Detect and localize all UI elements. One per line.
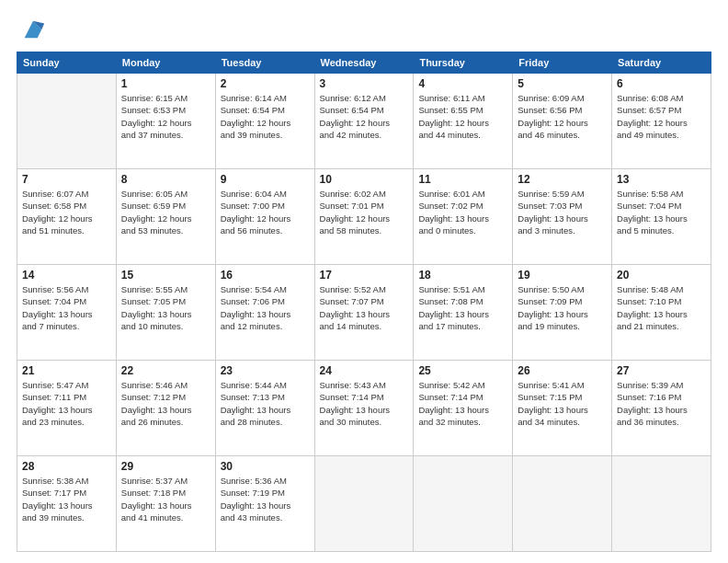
day-info: Sunrise: 6:01 AM Sunset: 7:02 PM Dayligh… (418, 188, 507, 236)
day-number: 5 (518, 77, 607, 90)
page: Sunday Monday Tuesday Wednesday Thursday… (0, 0, 728, 563)
day-info: Sunrise: 5:52 AM Sunset: 7:07 PM Dayligh… (320, 283, 409, 332)
day-number: 4 (418, 77, 507, 90)
day-info: Sunrise: 5:38 AM Sunset: 7:17 PM Dayligh… (22, 475, 111, 523)
logo-icon (20, 17, 46, 42)
day-number: 21 (22, 364, 111, 377)
day-number: 13 (617, 173, 706, 186)
calendar-cell (314, 456, 414, 552)
day-info: Sunrise: 6:02 AM Sunset: 7:01 PM Dayligh… (320, 188, 409, 236)
calendar-cell: 13Sunrise: 5:58 AM Sunset: 7:04 PM Dayli… (612, 169, 711, 265)
header-tuesday: Tuesday (215, 52, 314, 74)
day-info: Sunrise: 6:05 AM Sunset: 6:59 PM Dayligh… (121, 188, 210, 236)
day-info: Sunrise: 5:59 AM Sunset: 7:03 PM Dayligh… (518, 188, 607, 236)
day-info: Sunrise: 5:46 AM Sunset: 7:12 PM Dayligh… (121, 379, 210, 428)
calendar-cell: 27Sunrise: 5:39 AM Sunset: 7:16 PM Dayli… (612, 361, 711, 456)
day-number: 12 (518, 173, 607, 186)
header-saturday: Saturday (612, 52, 711, 74)
day-number: 22 (121, 364, 210, 377)
calendar-cell: 10Sunrise: 6:02 AM Sunset: 7:01 PM Dayli… (314, 169, 414, 265)
day-info: Sunrise: 6:15 AM Sunset: 6:53 PM Dayligh… (121, 92, 210, 141)
calendar-cell: 21Sunrise: 5:47 AM Sunset: 7:11 PM Dayli… (17, 361, 117, 456)
day-info: Sunrise: 5:42 AM Sunset: 7:14 PM Dayligh… (418, 379, 507, 428)
calendar-cell: 8Sunrise: 6:05 AM Sunset: 6:59 PM Daylig… (116, 169, 215, 265)
day-number: 7 (22, 173, 111, 186)
day-number: 11 (418, 173, 507, 186)
week-row-3: 14Sunrise: 5:56 AM Sunset: 7:04 PM Dayli… (17, 265, 711, 361)
day-info: Sunrise: 5:47 AM Sunset: 7:11 PM Dayligh… (22, 379, 111, 428)
day-info: Sunrise: 6:12 AM Sunset: 6:54 PM Dayligh… (320, 92, 409, 141)
calendar-cell: 25Sunrise: 5:42 AM Sunset: 7:14 PM Dayli… (414, 361, 513, 456)
calendar-cell: 3Sunrise: 6:12 AM Sunset: 6:54 PM Daylig… (314, 74, 414, 169)
day-info: Sunrise: 6:07 AM Sunset: 6:58 PM Dayligh… (22, 188, 111, 236)
day-info: Sunrise: 5:44 AM Sunset: 7:13 PM Dayligh… (221, 379, 310, 428)
day-number: 10 (320, 173, 409, 186)
day-info: Sunrise: 5:54 AM Sunset: 7:06 PM Dayligh… (221, 283, 310, 332)
calendar-cell: 15Sunrise: 5:55 AM Sunset: 7:05 PM Dayli… (116, 265, 215, 361)
day-info: Sunrise: 5:50 AM Sunset: 7:09 PM Dayligh… (518, 283, 607, 332)
calendar-cell: 6Sunrise: 6:08 AM Sunset: 6:57 PM Daylig… (612, 74, 711, 169)
calendar-table: Sunday Monday Tuesday Wednesday Thursday… (17, 52, 711, 552)
calendar-cell: 20Sunrise: 5:48 AM Sunset: 7:10 PM Dayli… (612, 265, 711, 361)
header-monday: Monday (116, 52, 215, 74)
calendar-cell: 26Sunrise: 5:41 AM Sunset: 7:15 PM Dayli… (513, 361, 612, 456)
calendar-cell: 4Sunrise: 6:11 AM Sunset: 6:55 PM Daylig… (414, 74, 513, 169)
day-number: 14 (22, 269, 111, 282)
day-number: 28 (22, 460, 111, 473)
day-info: Sunrise: 5:43 AM Sunset: 7:14 PM Dayligh… (320, 379, 409, 428)
calendar-cell: 12Sunrise: 5:59 AM Sunset: 7:03 PM Dayli… (513, 169, 612, 265)
day-number: 2 (221, 77, 310, 90)
day-info: Sunrise: 5:37 AM Sunset: 7:18 PM Dayligh… (121, 475, 210, 523)
calendar-cell: 11Sunrise: 6:01 AM Sunset: 7:02 PM Dayli… (414, 169, 513, 265)
day-number: 18 (418, 269, 507, 282)
day-info: Sunrise: 6:14 AM Sunset: 6:54 PM Dayligh… (221, 92, 310, 141)
day-number: 19 (518, 269, 607, 282)
day-number: 15 (121, 269, 210, 282)
calendar-cell: 9Sunrise: 6:04 AM Sunset: 7:00 PM Daylig… (215, 169, 314, 265)
day-number: 20 (617, 269, 706, 282)
calendar-cell: 7Sunrise: 6:07 AM Sunset: 6:58 PM Daylig… (17, 169, 117, 265)
calendar-cell: 19Sunrise: 5:50 AM Sunset: 7:09 PM Dayli… (513, 265, 612, 361)
calendar-cell: 23Sunrise: 5:44 AM Sunset: 7:13 PM Dayli… (215, 361, 314, 456)
calendar-cell: 2Sunrise: 6:14 AM Sunset: 6:54 PM Daylig… (215, 74, 314, 169)
calendar-cell: 16Sunrise: 5:54 AM Sunset: 7:06 PM Dayli… (215, 265, 314, 361)
calendar-cell (612, 456, 711, 552)
week-row-1: 1Sunrise: 6:15 AM Sunset: 6:53 PM Daylig… (17, 74, 711, 169)
day-number: 3 (320, 77, 409, 90)
calendar-cell (513, 456, 612, 552)
day-info: Sunrise: 5:58 AM Sunset: 7:04 PM Dayligh… (617, 188, 706, 236)
day-info: Sunrise: 6:04 AM Sunset: 7:00 PM Dayligh… (221, 188, 310, 236)
calendar-cell (17, 74, 117, 169)
day-info: Sunrise: 5:56 AM Sunset: 7:04 PM Dayligh… (22, 283, 111, 332)
day-info: Sunrise: 5:41 AM Sunset: 7:15 PM Dayligh… (518, 379, 607, 428)
day-info: Sunrise: 5:48 AM Sunset: 7:10 PM Dayligh… (617, 283, 706, 332)
day-number: 23 (221, 364, 310, 377)
day-number: 24 (320, 364, 409, 377)
calendar-cell: 22Sunrise: 5:46 AM Sunset: 7:12 PM Dayli… (116, 361, 215, 456)
calendar-cell: 28Sunrise: 5:38 AM Sunset: 7:17 PM Dayli… (17, 456, 117, 552)
day-number: 6 (617, 77, 706, 90)
calendar-cell: 30Sunrise: 5:36 AM Sunset: 7:19 PM Dayli… (215, 456, 314, 552)
day-number: 17 (320, 269, 409, 282)
day-info: Sunrise: 6:08 AM Sunset: 6:57 PM Dayligh… (617, 92, 706, 141)
day-number: 27 (617, 364, 706, 377)
calendar-cell: 17Sunrise: 5:52 AM Sunset: 7:07 PM Dayli… (314, 265, 414, 361)
day-info: Sunrise: 6:11 AM Sunset: 6:55 PM Dayligh… (418, 92, 507, 141)
week-row-5: 28Sunrise: 5:38 AM Sunset: 7:17 PM Dayli… (17, 456, 711, 552)
day-number: 1 (121, 77, 210, 90)
day-number: 26 (518, 364, 607, 377)
week-row-2: 7Sunrise: 6:07 AM Sunset: 6:58 PM Daylig… (17, 169, 711, 265)
day-info: Sunrise: 5:39 AM Sunset: 7:16 PM Dayligh… (617, 379, 706, 428)
header (17, 17, 711, 42)
calendar-cell (414, 456, 513, 552)
calendar-cell: 5Sunrise: 6:09 AM Sunset: 6:56 PM Daylig… (513, 74, 612, 169)
calendar-cell: 1Sunrise: 6:15 AM Sunset: 6:53 PM Daylig… (116, 74, 215, 169)
day-number: 9 (221, 173, 310, 186)
calendar-cell: 14Sunrise: 5:56 AM Sunset: 7:04 PM Dayli… (17, 265, 117, 361)
day-number: 8 (121, 173, 210, 186)
header-thursday: Thursday (414, 52, 513, 74)
weekday-header-row: Sunday Monday Tuesday Wednesday Thursday… (17, 52, 711, 74)
day-number: 29 (121, 460, 210, 473)
header-sunday: Sunday (17, 52, 117, 74)
calendar-cell: 24Sunrise: 5:43 AM Sunset: 7:14 PM Dayli… (314, 361, 414, 456)
